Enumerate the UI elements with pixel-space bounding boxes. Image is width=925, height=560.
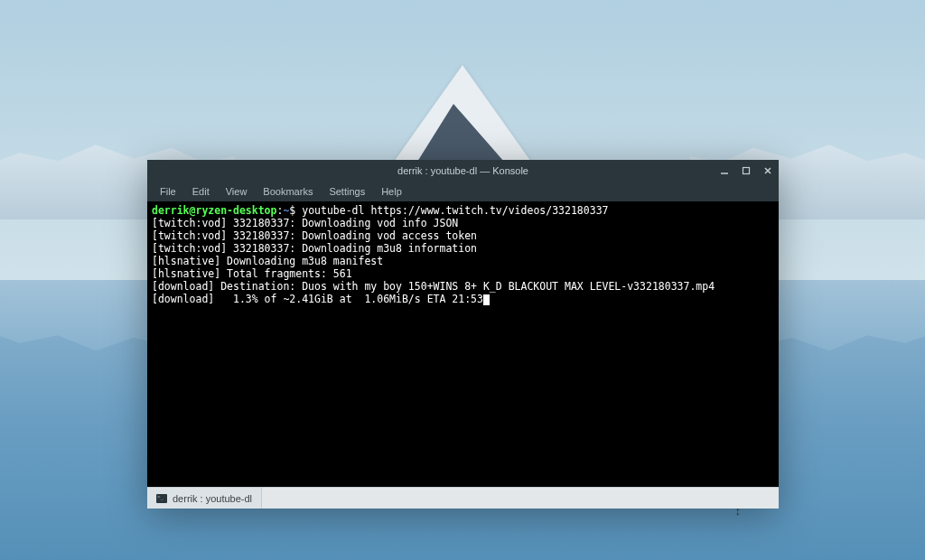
konsole-window: derrik : youtube-dl — Konsole File Edit … xyxy=(147,160,779,509)
window-titlebar[interactable]: derrik : youtube-dl — Konsole xyxy=(147,160,779,182)
output-line: [twitch:vod] 332180337: Downloading vod … xyxy=(152,217,458,229)
menu-edit[interactable]: Edit xyxy=(185,184,217,199)
terminal-tab[interactable]: derrik : youtube-dl xyxy=(147,488,262,509)
menu-view[interactable]: View xyxy=(219,184,255,199)
menu-bookmarks[interactable]: Bookmarks xyxy=(256,184,320,199)
output-line: [download] 1.3% of ~2.41GiB at 1.06MiB/s… xyxy=(152,293,483,305)
prompt-command: youtube-dl https://www.twitch.tv/videos/… xyxy=(302,204,608,217)
tab-label: derrik : youtube-dl xyxy=(173,493,252,504)
menubar: File Edit View Bookmarks Settings Help xyxy=(147,182,779,201)
output-line: [twitch:vod] 332180337: Downloading vod … xyxy=(152,229,477,242)
menu-help[interactable]: Help xyxy=(374,184,409,199)
terminal-icon xyxy=(156,494,167,503)
minimize-button[interactable] xyxy=(717,163,732,178)
window-title: derrik : youtube-dl — Konsole xyxy=(397,165,528,176)
menu-file[interactable]: File xyxy=(153,184,183,199)
close-button[interactable] xyxy=(761,163,775,178)
cursor xyxy=(483,294,490,305)
output-line: [twitch:vod] 332180337: Downloading m3u8… xyxy=(152,242,477,255)
output-line: [download] Destination: Duos with my boy… xyxy=(152,280,715,293)
prompt-user-host: derrik@ryzen-desktop xyxy=(152,204,276,217)
resize-handle-icon[interactable]: ↕ xyxy=(735,504,742,518)
output-line: [hlsnative] Downloading m3u8 manifest xyxy=(152,255,383,267)
tab-bar: derrik : youtube-dl xyxy=(147,487,779,509)
menu-settings[interactable]: Settings xyxy=(322,184,372,199)
output-line: [hlsnative] Total fragments: 561 xyxy=(152,267,352,280)
terminal-output[interactable]: derrik@ryzen-desktop:~$ youtube-dl https… xyxy=(147,201,779,487)
maximize-button[interactable] xyxy=(739,163,753,178)
svg-rect-1 xyxy=(743,168,750,174)
